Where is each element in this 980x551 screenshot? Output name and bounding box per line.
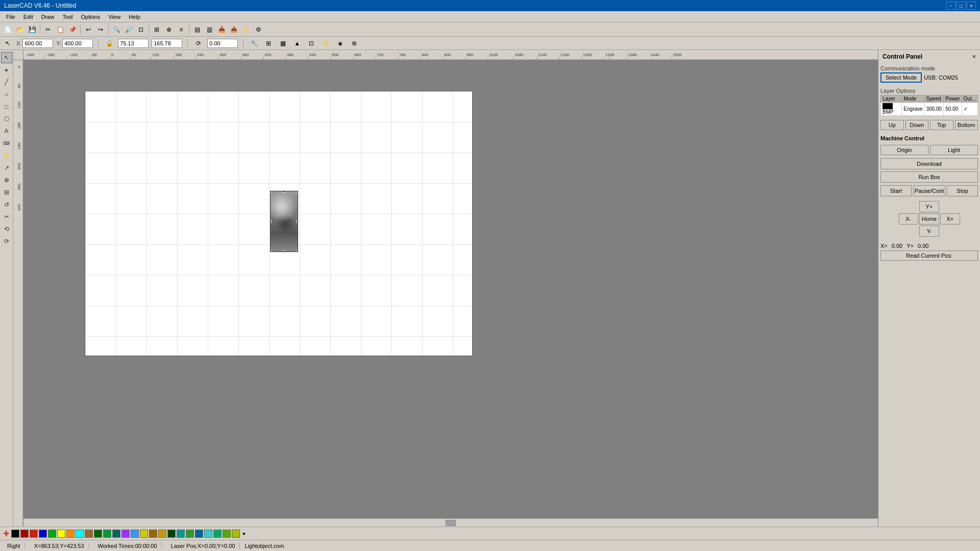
color-plus-icon[interactable]: ✛ xyxy=(2,530,10,538)
dimension-tool[interactable]: ⊕ xyxy=(1,174,12,186)
lock-ratio-button[interactable]: 🔒 xyxy=(104,38,115,49)
color-chartreuse[interactable] xyxy=(223,530,231,538)
layer-icon-4[interactable]: ▲ xyxy=(291,38,303,49)
select-mode-button[interactable]: Select Mode xyxy=(880,72,922,83)
group-button[interactable]: ▤ xyxy=(191,24,203,35)
color-brown[interactable] xyxy=(85,530,93,538)
zoom-out-button[interactable]: 🔎 xyxy=(123,24,134,35)
redo-tool[interactable]: ⟳ xyxy=(1,236,12,247)
color-darkyellow[interactable] xyxy=(140,530,148,538)
home-button[interactable]: Home xyxy=(919,213,939,224)
grid-button[interactable]: ⊞ xyxy=(151,24,162,35)
menu-tool[interactable]: Tool xyxy=(58,13,77,21)
panel-close-button[interactable]: × xyxy=(972,53,976,60)
layer-icon-5[interactable]: ⊡ xyxy=(306,38,317,49)
color-red[interactable] xyxy=(30,530,38,538)
snap-button[interactable]: ⊕ xyxy=(163,24,175,35)
color-darkred[interactable] xyxy=(20,530,29,538)
handle-bot-mid[interactable] xyxy=(283,251,286,252)
color-teal[interactable] xyxy=(112,530,120,538)
layer-icon-3[interactable]: ▦ xyxy=(277,38,288,49)
table-row[interactable]: BMP Engrave 300.00 50.00 ✓ xyxy=(881,103,978,116)
grid-tool[interactable]: ⊞ xyxy=(1,187,12,198)
handle-bot-right[interactable] xyxy=(297,251,298,252)
w-coord-input[interactable] xyxy=(118,39,149,48)
close-button[interactable]: × xyxy=(967,2,976,10)
bezier-tool[interactable]: ↗ xyxy=(1,162,12,173)
color-lightcyan[interactable] xyxy=(204,530,212,538)
color-darkcyan[interactable] xyxy=(177,530,185,538)
zoom-in-button[interactable]: 🔍 xyxy=(111,24,122,35)
rect-tool[interactable]: □ xyxy=(1,101,12,112)
menu-options[interactable]: Options xyxy=(77,13,105,21)
download-button[interactable]: Download xyxy=(880,158,978,169)
handle-mid-right[interactable] xyxy=(297,220,298,223)
x-minus-button[interactable]: X- xyxy=(899,213,918,224)
export-button[interactable]: 📤 xyxy=(228,24,239,35)
color-darkbrown[interactable] xyxy=(149,530,157,538)
color-orange[interactable] xyxy=(66,530,75,538)
menu-edit[interactable]: Edit xyxy=(19,13,37,21)
import-button[interactable]: 📥 xyxy=(216,24,227,35)
color-seafoam[interactable] xyxy=(213,530,222,538)
h-coord-input[interactable] xyxy=(152,39,182,48)
save-button[interactable]: 💾 xyxy=(27,24,38,35)
handle-mid-left[interactable] xyxy=(270,220,272,223)
angle-input[interactable] xyxy=(207,39,238,48)
align-button[interactable]: ≡ xyxy=(176,24,187,35)
read-pos-button[interactable]: Read Current Pos: xyxy=(880,251,978,261)
y-plus-button[interactable]: Y+ xyxy=(919,201,939,212)
menu-help[interactable]: Help xyxy=(125,13,144,21)
color-blue[interactable] xyxy=(39,530,47,538)
text-tool[interactable]: A xyxy=(1,126,12,137)
color-lime[interactable] xyxy=(232,530,240,538)
menu-draw[interactable]: Draw xyxy=(37,13,59,21)
down-button[interactable]: Down xyxy=(905,120,929,130)
h-scroll-thumb[interactable] xyxy=(446,520,456,526)
color-medgreen2[interactable] xyxy=(186,530,194,538)
laser-tool[interactable]: ⚡ xyxy=(1,150,12,161)
ellipse-tool[interactable]: ○ xyxy=(1,89,12,100)
up-button[interactable]: Up xyxy=(880,120,904,130)
select-tool[interactable]: ↖ xyxy=(1,52,12,63)
horizontal-scrollbar[interactable] xyxy=(23,518,878,527)
undo-tool[interactable]: ⟲ xyxy=(1,223,12,235)
trace-tool[interactable]: ⌨ xyxy=(1,138,12,149)
menu-view[interactable]: View xyxy=(104,13,125,21)
x-coord-input[interactable] xyxy=(22,39,53,48)
run-box-button[interactable]: Run Box xyxy=(880,171,978,183)
layer-icon-1[interactable]: 🔧 xyxy=(249,38,260,49)
cut-button[interactable]: ✂ xyxy=(42,24,54,35)
handle-bot-left[interactable] xyxy=(270,251,272,252)
color-medgreen[interactable] xyxy=(103,530,111,538)
mirror-tool[interactable]: ↺ xyxy=(1,199,12,210)
color-deepgreen[interactable] xyxy=(167,530,176,538)
layer-icon-8[interactable]: ⊛ xyxy=(349,38,360,49)
y-minus-button[interactable]: Y- xyxy=(919,226,939,237)
color-darkgreen[interactable] xyxy=(94,530,102,538)
x-plus-button[interactable]: X+ xyxy=(940,213,960,224)
layer-icon-2[interactable]: ⊞ xyxy=(263,38,274,49)
minimize-button[interactable]: − xyxy=(946,2,955,10)
color-lightblue[interactable] xyxy=(131,530,139,538)
zoom-fit-button[interactable]: ⊡ xyxy=(135,24,146,35)
color-steelblue[interactable] xyxy=(195,530,203,538)
new-button[interactable]: 📄 xyxy=(2,24,13,35)
polygon-tool[interactable]: ⬡ xyxy=(1,113,12,124)
light-button[interactable]: Light xyxy=(930,145,978,155)
color-purple[interactable] xyxy=(121,530,130,538)
color-green[interactable] xyxy=(48,530,56,538)
top-button[interactable]: Top xyxy=(930,120,953,130)
bottom-button[interactable]: Bottom xyxy=(955,120,978,130)
line-tool[interactable]: ╱ xyxy=(1,77,12,88)
layer-icon-7[interactable]: ◈ xyxy=(334,38,346,49)
layer-icon-6[interactable]: ⚡ xyxy=(320,38,331,49)
paste-button[interactable]: 📌 xyxy=(67,24,78,35)
handle-top-right[interactable] xyxy=(297,191,298,192)
color-cyan[interactable] xyxy=(76,530,84,538)
origin-button[interactable]: Origin xyxy=(880,145,928,155)
start-button[interactable]: Start xyxy=(880,185,912,196)
pause-button[interactable]: Pause/Cont xyxy=(913,185,945,196)
canvas[interactable] xyxy=(23,60,878,527)
settings-button[interactable]: ⚙ xyxy=(253,24,264,35)
